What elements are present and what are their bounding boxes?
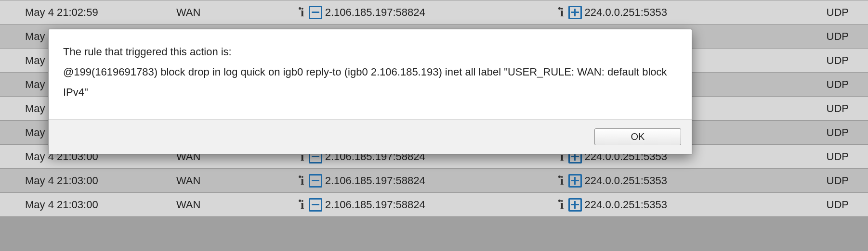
log-protocol: UDP <box>791 121 868 145</box>
log-protocol: UDP <box>791 169 868 193</box>
log-protocol: UDP <box>791 25 868 49</box>
log-destination: 224.0.0.251:5353 <box>585 6 667 18</box>
log-source-cell: i2.106.185.197:58824 <box>297 169 556 193</box>
info-icon[interactable]: i <box>557 174 567 188</box>
block-remove-icon[interactable] <box>309 174 322 188</box>
log-protocol: UDP <box>791 49 868 73</box>
log-destination-cell: i224.0.0.251:5353 <box>556 193 791 217</box>
info-icon[interactable]: i <box>297 5 308 20</box>
log-destination-cell: i224.0.0.251:5353 <box>556 0 791 25</box>
dialog-message-line1: The rule that triggered this action is: <box>63 42 677 62</box>
dialog-body: The rule that triggered this action is: … <box>49 29 692 119</box>
table-row: May 4 21:03:00WANi2.106.185.197:58824i22… <box>0 169 868 193</box>
log-interface: WAN <box>176 169 297 193</box>
log-source-cell: i2.106.185.197:58824 <box>297 0 556 25</box>
info-icon[interactable]: i <box>297 198 308 212</box>
dialog-message-line2: @199(1619691783) block drop in log quick… <box>63 62 677 102</box>
dialog-footer: OK <box>49 119 692 154</box>
log-destination: 224.0.0.251:5353 <box>585 199 667 211</box>
log-source: 2.106.185.197:58824 <box>325 199 425 211</box>
info-icon[interactable]: i <box>297 174 308 188</box>
info-icon[interactable]: i <box>557 5 567 20</box>
pass-add-icon[interactable] <box>568 198 582 212</box>
table-row: May 4 21:02:59WANi2.106.185.197:58824i22… <box>0 0 868 25</box>
log-source: 2.106.185.197:58824 <box>325 6 425 18</box>
ok-button[interactable]: OK <box>594 128 681 145</box>
log-time: May 4 21:03:00 <box>0 169 176 193</box>
log-destination: 224.0.0.251:5353 <box>585 175 667 187</box>
block-remove-icon[interactable] <box>309 6 322 19</box>
log-protocol: UDP <box>791 97 868 121</box>
block-remove-icon[interactable] <box>309 198 322 212</box>
log-interface: WAN <box>176 0 297 25</box>
log-protocol: UDP <box>791 0 868 25</box>
log-destination-cell: i224.0.0.251:5353 <box>556 169 791 193</box>
log-source-cell: i2.106.185.197:58824 <box>297 193 556 217</box>
log-protocol: UDP <box>791 145 868 169</box>
log-protocol: UDP <box>791 193 868 217</box>
log-interface: WAN <box>176 193 297 217</box>
rule-info-dialog: The rule that triggered this action is: … <box>48 29 692 154</box>
log-time: May 4 21:02:59 <box>0 0 176 25</box>
info-icon[interactable]: i <box>557 198 567 212</box>
pass-add-icon[interactable] <box>568 6 582 19</box>
log-protocol: UDP <box>791 73 868 97</box>
log-source: 2.106.185.197:58824 <box>325 175 425 187</box>
log-time: May 4 21:03:00 <box>0 193 176 217</box>
pass-add-icon[interactable] <box>568 174 582 188</box>
table-row: May 4 21:03:00WANi2.106.185.197:58824i22… <box>0 193 868 217</box>
